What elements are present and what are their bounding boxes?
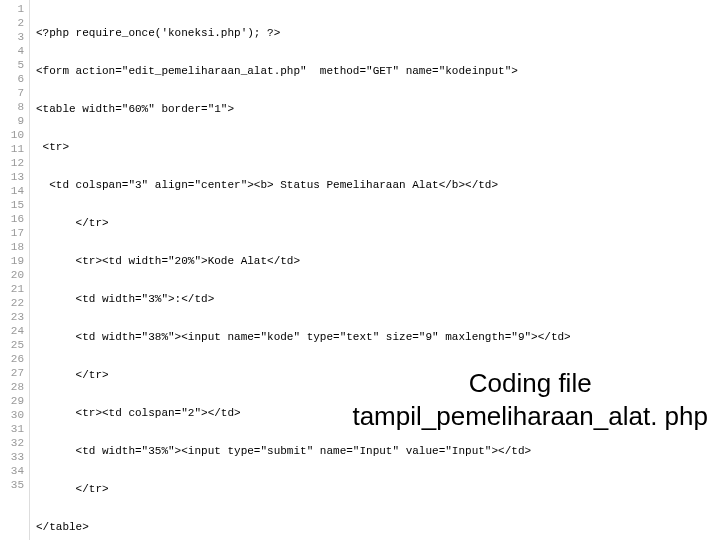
code-line: </tr> bbox=[36, 482, 720, 496]
line-number: 21 bbox=[0, 282, 24, 296]
line-number: 3 bbox=[0, 30, 24, 44]
line-number: 31 bbox=[0, 422, 24, 436]
line-number: 28 bbox=[0, 380, 24, 394]
line-number: 4 bbox=[0, 44, 24, 58]
code-line: <form action="edit_pemeliharaan_alat.php… bbox=[36, 64, 720, 78]
line-number: 34 bbox=[0, 464, 24, 478]
line-number: 25 bbox=[0, 338, 24, 352]
line-number: 5 bbox=[0, 58, 24, 72]
line-number: 13 bbox=[0, 170, 24, 184]
line-number: 22 bbox=[0, 296, 24, 310]
line-number: 14 bbox=[0, 184, 24, 198]
line-number: 27 bbox=[0, 366, 24, 380]
code-line: <td width="3%">:</td> bbox=[36, 292, 720, 306]
line-number: 15 bbox=[0, 198, 24, 212]
code-line: <td width="38%"><input name="kode" type=… bbox=[36, 330, 720, 344]
code-line: <td colspan="3" align="center"><b> Statu… bbox=[36, 178, 720, 192]
line-number: 30 bbox=[0, 408, 24, 422]
line-number: 35 bbox=[0, 478, 24, 492]
line-number: 9 bbox=[0, 114, 24, 128]
code-line: </tr> bbox=[36, 216, 720, 230]
code-line: <td width="35%"><input type="submit" nam… bbox=[36, 444, 720, 458]
line-number: 24 bbox=[0, 324, 24, 338]
line-number-gutter: 1 2 3 4 5 6 7 8 9 10 11 12 13 14 15 16 1… bbox=[0, 0, 30, 540]
line-number: 33 bbox=[0, 450, 24, 464]
line-number: 17 bbox=[0, 226, 24, 240]
line-number: 20 bbox=[0, 268, 24, 282]
caption-line2: tampil_pemeliharaan_alat. php bbox=[352, 400, 708, 433]
line-number: 7 bbox=[0, 86, 24, 100]
line-number: 11 bbox=[0, 142, 24, 156]
code-editor: 1 2 3 4 5 6 7 8 9 10 11 12 13 14 15 16 1… bbox=[0, 0, 720, 540]
slide-caption: Coding file tampil_pemeliharaan_alat. ph… bbox=[352, 367, 708, 432]
line-number: 8 bbox=[0, 100, 24, 114]
line-number: 6 bbox=[0, 72, 24, 86]
line-number: 1 bbox=[0, 2, 24, 16]
line-number: 16 bbox=[0, 212, 24, 226]
line-number: 10 bbox=[0, 128, 24, 142]
line-number: 2 bbox=[0, 16, 24, 30]
line-number: 12 bbox=[0, 156, 24, 170]
line-number: 29 bbox=[0, 394, 24, 408]
code-line: <tr><td width="20%">Kode Alat</td> bbox=[36, 254, 720, 268]
line-number: 26 bbox=[0, 352, 24, 366]
line-number: 32 bbox=[0, 436, 24, 450]
code-area[interactable]: <?php require_once('koneksi.php'); ?> <f… bbox=[30, 0, 720, 540]
code-line: <table width="60%" border="1"> bbox=[36, 102, 720, 116]
code-line: </table> bbox=[36, 520, 720, 534]
code-line: <tr> bbox=[36, 140, 720, 154]
line-number: 19 bbox=[0, 254, 24, 268]
line-number: 18 bbox=[0, 240, 24, 254]
caption-line1: Coding file bbox=[352, 367, 708, 400]
line-number: 23 bbox=[0, 310, 24, 324]
code-line: <?php require_once('koneksi.php'); ?> bbox=[36, 26, 720, 40]
